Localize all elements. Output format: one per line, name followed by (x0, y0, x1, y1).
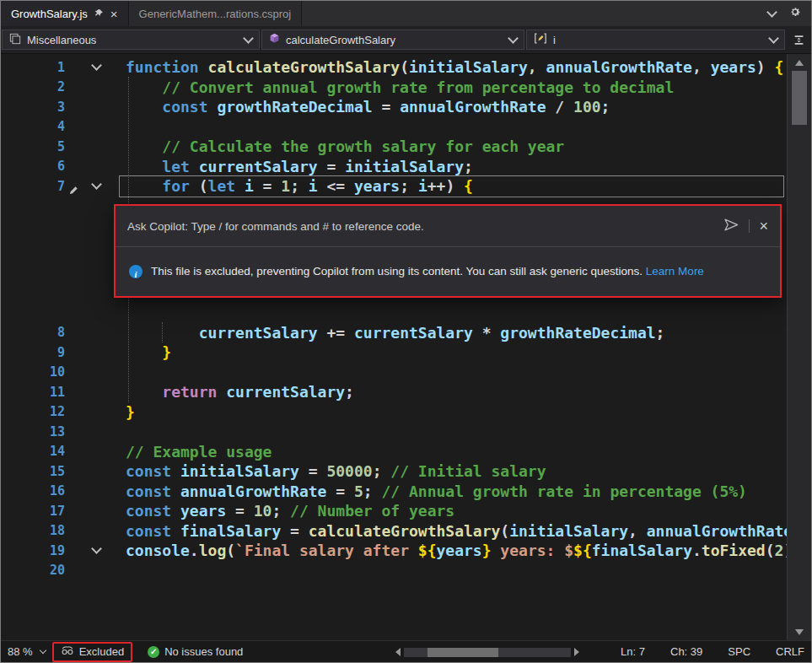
code-line-8[interactable]: 8 currentSalary += currentSalary * growt… (1, 323, 787, 343)
line-number[interactable]: 15 (1, 464, 67, 479)
fold-gutter[interactable] (67, 65, 126, 69)
tab-csproj[interactable]: GenericMathem...rations.csproj (129, 1, 303, 26)
scroll-right-arrow[interactable] (574, 648, 579, 656)
code-line-18[interactable]: 18const finalSalary = calculateGrowthSal… (1, 521, 787, 542)
line-number[interactable]: 16 (1, 483, 67, 499)
horizontal-scrollbar-thumb[interactable] (428, 648, 498, 657)
issues-status[interactable]: ✓ No issues found (148, 645, 243, 658)
code-line-2[interactable]: 2 // Convert annual growth rate from per… (1, 78, 787, 98)
chevron-down-icon (39, 646, 46, 653)
code-text[interactable]: function calculateGrowthSalary(initialSa… (126, 58, 783, 76)
line-number[interactable]: 9 (1, 345, 67, 360)
member-dropdown[interactable]: calculateGrowthSalary (261, 30, 524, 50)
code-line-17[interactable]: 17const years = 10; // Number of years (1, 501, 787, 521)
split-editor-handle[interactable] (786, 35, 811, 46)
tab-growthsalary[interactable]: GrowthSalary.js × (1, 1, 129, 26)
code-text[interactable]: // Example usage (126, 443, 272, 461)
eol-indicator[interactable]: CRLF (776, 645, 804, 658)
code-text[interactable]: // Convert annual growth rate from perce… (126, 78, 674, 96)
code-line-3[interactable]: 3 const growthRateDecimal = annualGrowth… (1, 97, 787, 117)
code-line-9[interactable]: 9 } (1, 342, 787, 363)
copilot-excluded-badge[interactable]: Excluded (52, 642, 132, 662)
line-number[interactable]: 1 (1, 60, 67, 75)
divider (749, 219, 750, 233)
copilot-prompt-text: Ask Copilot: Type / for commands and # t… (127, 220, 424, 233)
send-icon[interactable] (723, 218, 739, 234)
code-text[interactable]: const initialSalary = 50000; // Initial … (126, 462, 546, 480)
line-number[interactable]: 13 (1, 424, 67, 439)
editor-area: 1function calculateGrowthSalary(initialS… (1, 54, 811, 640)
excluded-label: Excluded (79, 645, 124, 658)
copilot-prompt-row[interactable]: Ask Copilot: Type / for commands and # t… (116, 206, 780, 246)
close-icon[interactable]: × (759, 218, 768, 234)
code-text[interactable]: const growthRateDecimal = annualGrowthRa… (126, 98, 610, 116)
line-number[interactable]: 4 (1, 119, 67, 134)
horizontal-scrollbar[interactable] (395, 647, 579, 657)
line-number[interactable]: 14 (1, 444, 67, 459)
scroll-up-arrow[interactable] (788, 56, 811, 69)
line-number[interactable]: 11 (1, 385, 67, 400)
vertical-scrollbar[interactable] (787, 54, 811, 640)
vertical-scrollbar-thumb[interactable] (792, 71, 807, 125)
chevron-down-icon[interactable] (766, 7, 777, 18)
scroll-left-arrow[interactable] (395, 648, 401, 656)
pin-icon[interactable] (94, 8, 104, 20)
line-number[interactable]: 3 (1, 100, 67, 115)
code-text[interactable]: const finalSalary = calculateGrowthSalar… (126, 522, 787, 540)
line-number[interactable]: 5 (1, 139, 67, 154)
line-number[interactable]: 19 (1, 543, 67, 558)
project-label: Miscellaneous (27, 34, 96, 46)
code-line-20[interactable]: 20 (1, 561, 787, 581)
code-line-7[interactable]: 7 for (let i = 1; i <= years; i++) { (1, 176, 787, 197)
line-number[interactable]: 17 (1, 504, 67, 519)
project-dropdown[interactable]: Miscellaneous (2, 30, 260, 50)
member-search-box[interactable]: i (526, 30, 785, 50)
line-number[interactable]: 12 (1, 404, 67, 419)
code-text[interactable]: const years = 10; // Number of years (126, 502, 454, 520)
copilot-inline-chat: Ask Copilot: Type / for commands and # t… (114, 204, 782, 298)
code-line-13[interactable]: 13 (1, 422, 787, 442)
line-indicator[interactable]: Ln: 7 (621, 645, 645, 658)
fold-gutter[interactable] (67, 548, 126, 552)
code-line-5[interactable]: 5 // Calculate the growth salary for eac… (1, 137, 787, 157)
code-line-16[interactable]: 16const annualGrowthRate = 5; // Annual … (1, 482, 787, 502)
close-icon[interactable]: × (110, 8, 118, 20)
horizontal-scrollbar-track[interactable] (404, 648, 571, 657)
fold-chevron-icon[interactable] (91, 543, 102, 554)
fold-chevron-icon[interactable] (91, 60, 102, 71)
code-line-14[interactable]: 14// Example usage (1, 442, 787, 462)
line-number[interactable]: 2 (1, 79, 67, 94)
code-editor[interactable]: 1function calculateGrowthSalary(initialS… (1, 54, 787, 640)
line-number[interactable]: 7 (1, 179, 67, 194)
learn-more-link[interactable]: Learn More (646, 265, 704, 278)
info-icon: i (129, 265, 143, 278)
code-text[interactable]: } (126, 403, 135, 421)
code-text[interactable]: const annualGrowthRate = 5; // Annual gr… (126, 482, 747, 500)
code-line-1[interactable]: 1function calculateGrowthSalary(initialS… (1, 57, 787, 78)
code-line-11[interactable]: 11 return currentSalary; (1, 382, 787, 402)
code-text[interactable]: } (126, 343, 171, 361)
line-number[interactable]: 10 (1, 364, 67, 380)
indentation-indicator[interactable]: SPC (728, 645, 750, 658)
gear-icon[interactable] (789, 6, 801, 21)
line-number[interactable]: 18 (1, 523, 67, 538)
code-text[interactable]: currentSalary += currentSalary * growthR… (126, 324, 664, 342)
code-text[interactable]: console.log(`Final salary after ${years}… (126, 542, 787, 559)
line-number[interactable]: 8 (1, 325, 67, 340)
code-text[interactable]: // Calculate the growth salary for each … (126, 137, 564, 155)
code-line-6[interactable]: 6 let currentSalary = initialSalary; (1, 157, 787, 177)
code-line-4[interactable]: 4 (1, 117, 787, 137)
code-line-19[interactable]: 19console.log(`Final salary after ${year… (1, 541, 787, 561)
column-indicator[interactable]: Ch: 39 (670, 645, 702, 658)
line-number[interactable]: 20 (1, 563, 67, 578)
fold-chevron-icon[interactable] (91, 179, 102, 190)
scroll-down-arrow[interactable] (788, 625, 811, 639)
zoom-selector[interactable]: 88 % (8, 645, 46, 658)
code-text[interactable]: let currentSalary = initialSalary; (126, 158, 473, 175)
code-line-15[interactable]: 15const initialSalary = 50000; // Initia… (1, 461, 787, 482)
code-line-10[interactable]: 10 (1, 363, 787, 383)
line-number[interactable]: 6 (1, 159, 67, 174)
code-text[interactable]: return currentSalary; (126, 383, 354, 401)
code-text[interactable]: for (let i = 1; i <= years; i++) { (126, 177, 473, 195)
code-line-12[interactable]: 12} (1, 402, 787, 423)
